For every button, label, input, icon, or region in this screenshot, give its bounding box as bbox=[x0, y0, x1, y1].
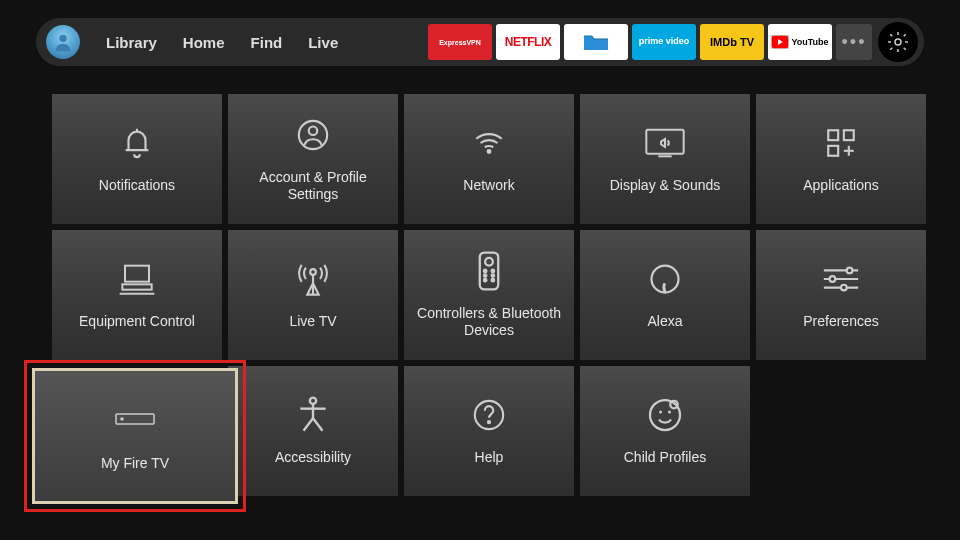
more-apps-button[interactable]: ••• bbox=[836, 24, 872, 60]
svg-point-30 bbox=[830, 276, 836, 282]
svg-point-4 bbox=[309, 126, 318, 135]
remote-icon bbox=[469, 251, 509, 291]
svg-point-28 bbox=[847, 268, 853, 274]
tile-alexa[interactable]: Alexa bbox=[580, 230, 750, 360]
accessibility-person-icon bbox=[293, 395, 333, 435]
settings-gear-button[interactable] bbox=[878, 22, 918, 62]
folder-icon bbox=[581, 30, 611, 54]
nav-home[interactable]: Home bbox=[183, 34, 225, 51]
child-profile-icon bbox=[645, 395, 685, 435]
tile-label: My Fire TV bbox=[101, 455, 169, 473]
app-expressvpn[interactable]: ExpressVPN bbox=[428, 24, 492, 60]
tile-label: Display & Sounds bbox=[610, 177, 721, 195]
tile-display-sounds[interactable]: Display & Sounds bbox=[580, 94, 750, 224]
svg-point-22 bbox=[484, 274, 486, 276]
tile-label: Equipment Control bbox=[79, 313, 195, 331]
app-shortcut-row: ExpressVPN NETFLIX prime video IMDb TV Y… bbox=[428, 22, 918, 62]
svg-point-43 bbox=[659, 411, 662, 414]
settings-grid: Notifications Account & Profile Settings… bbox=[52, 94, 960, 496]
person-circle-icon bbox=[293, 115, 333, 155]
tile-live-tv[interactable]: Live TV bbox=[228, 230, 398, 360]
svg-point-24 bbox=[484, 279, 486, 281]
tile-preferences[interactable]: Preferences bbox=[756, 230, 926, 360]
svg-point-5 bbox=[488, 150, 491, 153]
svg-point-34 bbox=[121, 418, 123, 420]
svg-line-38 bbox=[304, 418, 314, 431]
svg-point-44 bbox=[668, 411, 671, 414]
svg-point-32 bbox=[841, 285, 847, 291]
app-youtube[interactable]: YouTube bbox=[768, 24, 832, 60]
tile-label: Live TV bbox=[289, 313, 336, 331]
svg-point-42 bbox=[650, 400, 680, 430]
question-circle-icon bbox=[469, 395, 509, 435]
tile-my-fire-tv-inner: My Fire TV bbox=[32, 368, 238, 504]
nav-live[interactable]: Live bbox=[308, 34, 338, 51]
svg-point-41 bbox=[488, 421, 490, 423]
tile-label: Help bbox=[475, 449, 504, 467]
svg-point-35 bbox=[310, 398, 316, 404]
firetv-device-icon bbox=[115, 399, 155, 439]
svg-rect-13 bbox=[125, 266, 149, 282]
nav-find[interactable]: Find bbox=[251, 34, 283, 51]
tile-label: Applications bbox=[803, 177, 879, 195]
svg-point-21 bbox=[492, 269, 494, 271]
svg-point-45 bbox=[670, 401, 678, 409]
antenna-icon bbox=[293, 259, 333, 299]
tile-label: Preferences bbox=[803, 313, 878, 331]
tile-label: Accessibility bbox=[275, 449, 351, 467]
nav-links: Library Home Find Live bbox=[106, 34, 338, 51]
equipment-icon bbox=[117, 259, 157, 299]
svg-point-23 bbox=[492, 274, 494, 276]
top-navigation-bar: Library Home Find Live ExpressVPN NETFLI… bbox=[36, 18, 924, 66]
svg-line-39 bbox=[313, 418, 323, 431]
tile-equipment-control[interactable]: Equipment Control bbox=[52, 230, 222, 360]
tile-label: Account & Profile Settings bbox=[236, 169, 390, 204]
svg-point-25 bbox=[492, 279, 494, 281]
svg-rect-9 bbox=[844, 131, 854, 141]
wifi-icon bbox=[469, 123, 509, 163]
tile-controllers-bluetooth[interactable]: Controllers & Bluetooth Devices bbox=[404, 230, 574, 360]
gear-icon bbox=[886, 30, 910, 54]
tv-sound-icon bbox=[645, 123, 685, 163]
svg-rect-8 bbox=[828, 131, 838, 141]
nav-library[interactable]: Library bbox=[106, 34, 157, 51]
app-imdbtv[interactable]: IMDb TV bbox=[700, 24, 764, 60]
tile-applications[interactable]: Applications bbox=[756, 94, 926, 224]
apps-grid-icon bbox=[821, 123, 861, 163]
tile-accessibility[interactable]: Accessibility bbox=[228, 366, 398, 496]
tile-help[interactable]: Help bbox=[404, 366, 574, 496]
svg-rect-14 bbox=[122, 285, 151, 290]
tile-label: Alexa bbox=[647, 313, 682, 331]
tile-notifications[interactable]: Notifications bbox=[52, 94, 222, 224]
tile-label: Child Profiles bbox=[624, 449, 706, 467]
tile-label: Controllers & Bluetooth Devices bbox=[412, 305, 566, 340]
tile-label: Network bbox=[463, 177, 514, 195]
svg-point-20 bbox=[484, 269, 486, 271]
svg-rect-10 bbox=[828, 146, 838, 156]
svg-point-2 bbox=[895, 39, 901, 45]
profile-avatar[interactable] bbox=[46, 25, 80, 59]
alexa-ring-icon bbox=[645, 259, 685, 299]
sliders-icon bbox=[821, 259, 861, 299]
tile-account-profile[interactable]: Account & Profile Settings bbox=[228, 94, 398, 224]
youtube-play-icon bbox=[771, 35, 789, 49]
tile-network[interactable]: Network bbox=[404, 94, 574, 224]
tile-child-profiles[interactable]: Child Profiles bbox=[580, 366, 750, 496]
app-netflix[interactable]: NETFLIX bbox=[496, 24, 560, 60]
svg-point-19 bbox=[485, 257, 493, 265]
svg-point-0 bbox=[59, 35, 66, 42]
tile-my-fire-tv[interactable]: My Fire TV bbox=[52, 366, 222, 496]
app-esfileexplorer[interactable] bbox=[564, 24, 628, 60]
tile-label: Notifications bbox=[99, 177, 175, 195]
svg-point-16 bbox=[310, 269, 316, 275]
app-primevideo[interactable]: prime video bbox=[632, 24, 696, 60]
bell-icon bbox=[117, 123, 157, 163]
person-icon bbox=[52, 31, 74, 53]
